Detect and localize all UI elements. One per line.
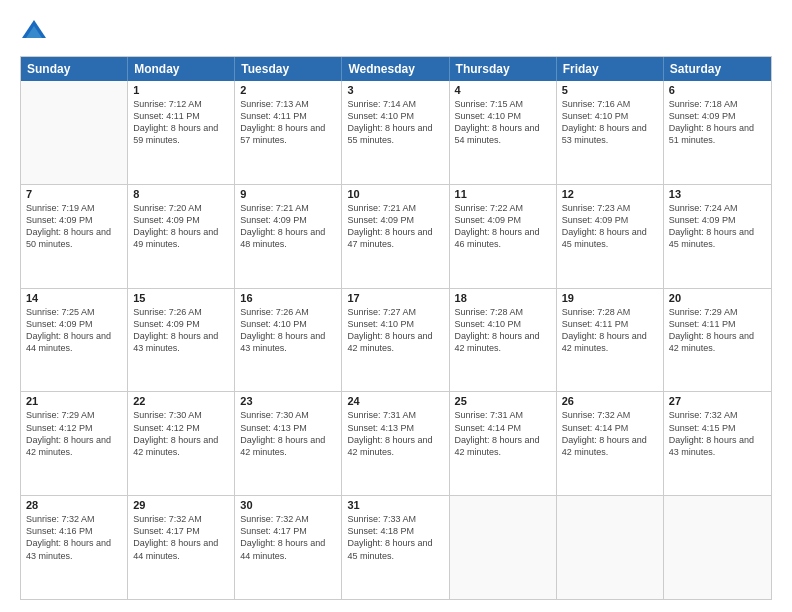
calendar-header-saturday: Saturday (664, 57, 771, 81)
calendar-cell: 14Sunrise: 7:25 AMSunset: 4:09 PMDayligh… (21, 289, 128, 392)
calendar-cell: 17Sunrise: 7:27 AMSunset: 4:10 PMDayligh… (342, 289, 449, 392)
day-number: 18 (455, 292, 551, 304)
header (20, 18, 772, 46)
calendar-cell: 25Sunrise: 7:31 AMSunset: 4:14 PMDayligh… (450, 392, 557, 495)
day-number: 27 (669, 395, 766, 407)
day-number: 25 (455, 395, 551, 407)
calendar-cell: 7Sunrise: 7:19 AMSunset: 4:09 PMDaylight… (21, 185, 128, 288)
calendar-cell: 16Sunrise: 7:26 AMSunset: 4:10 PMDayligh… (235, 289, 342, 392)
day-info: Sunrise: 7:28 AMSunset: 4:11 PMDaylight:… (562, 306, 658, 355)
day-info: Sunrise: 7:18 AMSunset: 4:09 PMDaylight:… (669, 98, 766, 147)
calendar-cell: 18Sunrise: 7:28 AMSunset: 4:10 PMDayligh… (450, 289, 557, 392)
day-number: 20 (669, 292, 766, 304)
day-info: Sunrise: 7:26 AMSunset: 4:10 PMDaylight:… (240, 306, 336, 355)
day-number: 30 (240, 499, 336, 511)
day-number: 14 (26, 292, 122, 304)
day-number: 8 (133, 188, 229, 200)
logo-icon (20, 18, 48, 46)
day-info: Sunrise: 7:21 AMSunset: 4:09 PMDaylight:… (347, 202, 443, 251)
calendar-cell: 20Sunrise: 7:29 AMSunset: 4:11 PMDayligh… (664, 289, 771, 392)
day-number: 4 (455, 84, 551, 96)
calendar: SundayMondayTuesdayWednesdayThursdayFrid… (20, 56, 772, 600)
day-info: Sunrise: 7:30 AMSunset: 4:13 PMDaylight:… (240, 409, 336, 458)
calendar-week-1: 1Sunrise: 7:12 AMSunset: 4:11 PMDaylight… (21, 81, 771, 184)
day-number: 9 (240, 188, 336, 200)
calendar-cell: 23Sunrise: 7:30 AMSunset: 4:13 PMDayligh… (235, 392, 342, 495)
day-info: Sunrise: 7:32 AMSunset: 4:16 PMDaylight:… (26, 513, 122, 562)
calendar-header-wednesday: Wednesday (342, 57, 449, 81)
calendar-cell: 5Sunrise: 7:16 AMSunset: 4:10 PMDaylight… (557, 81, 664, 184)
day-info: Sunrise: 7:28 AMSunset: 4:10 PMDaylight:… (455, 306, 551, 355)
day-number: 1 (133, 84, 229, 96)
calendar-cell: 30Sunrise: 7:32 AMSunset: 4:17 PMDayligh… (235, 496, 342, 599)
calendar-week-2: 7Sunrise: 7:19 AMSunset: 4:09 PMDaylight… (21, 184, 771, 288)
day-info: Sunrise: 7:31 AMSunset: 4:13 PMDaylight:… (347, 409, 443, 458)
calendar-cell (450, 496, 557, 599)
day-info: Sunrise: 7:25 AMSunset: 4:09 PMDaylight:… (26, 306, 122, 355)
calendar-cell: 6Sunrise: 7:18 AMSunset: 4:09 PMDaylight… (664, 81, 771, 184)
calendar-cell: 31Sunrise: 7:33 AMSunset: 4:18 PMDayligh… (342, 496, 449, 599)
calendar-cell: 26Sunrise: 7:32 AMSunset: 4:14 PMDayligh… (557, 392, 664, 495)
day-info: Sunrise: 7:24 AMSunset: 4:09 PMDaylight:… (669, 202, 766, 251)
calendar-cell (557, 496, 664, 599)
day-info: Sunrise: 7:16 AMSunset: 4:10 PMDaylight:… (562, 98, 658, 147)
calendar-header-tuesday: Tuesday (235, 57, 342, 81)
day-info: Sunrise: 7:32 AMSunset: 4:14 PMDaylight:… (562, 409, 658, 458)
day-info: Sunrise: 7:32 AMSunset: 4:17 PMDaylight:… (133, 513, 229, 562)
calendar-cell: 9Sunrise: 7:21 AMSunset: 4:09 PMDaylight… (235, 185, 342, 288)
day-number: 6 (669, 84, 766, 96)
day-number: 19 (562, 292, 658, 304)
day-number: 16 (240, 292, 336, 304)
calendar-cell: 3Sunrise: 7:14 AMSunset: 4:10 PMDaylight… (342, 81, 449, 184)
day-number: 2 (240, 84, 336, 96)
calendar-cell: 12Sunrise: 7:23 AMSunset: 4:09 PMDayligh… (557, 185, 664, 288)
calendar-header-sunday: Sunday (21, 57, 128, 81)
day-info: Sunrise: 7:20 AMSunset: 4:09 PMDaylight:… (133, 202, 229, 251)
day-number: 26 (562, 395, 658, 407)
calendar-cell: 19Sunrise: 7:28 AMSunset: 4:11 PMDayligh… (557, 289, 664, 392)
calendar-cell: 11Sunrise: 7:22 AMSunset: 4:09 PMDayligh… (450, 185, 557, 288)
calendar-cell: 15Sunrise: 7:26 AMSunset: 4:09 PMDayligh… (128, 289, 235, 392)
day-number: 29 (133, 499, 229, 511)
logo (20, 18, 52, 46)
calendar-cell: 24Sunrise: 7:31 AMSunset: 4:13 PMDayligh… (342, 392, 449, 495)
day-number: 10 (347, 188, 443, 200)
calendar-header-thursday: Thursday (450, 57, 557, 81)
calendar-cell: 1Sunrise: 7:12 AMSunset: 4:11 PMDaylight… (128, 81, 235, 184)
day-info: Sunrise: 7:32 AMSunset: 4:17 PMDaylight:… (240, 513, 336, 562)
day-number: 31 (347, 499, 443, 511)
day-number: 13 (669, 188, 766, 200)
day-info: Sunrise: 7:33 AMSunset: 4:18 PMDaylight:… (347, 513, 443, 562)
day-number: 24 (347, 395, 443, 407)
day-number: 23 (240, 395, 336, 407)
calendar-header-friday: Friday (557, 57, 664, 81)
day-info: Sunrise: 7:21 AMSunset: 4:09 PMDaylight:… (240, 202, 336, 251)
day-info: Sunrise: 7:27 AMSunset: 4:10 PMDaylight:… (347, 306, 443, 355)
day-number: 3 (347, 84, 443, 96)
calendar-cell: 22Sunrise: 7:30 AMSunset: 4:12 PMDayligh… (128, 392, 235, 495)
calendar-cell: 29Sunrise: 7:32 AMSunset: 4:17 PMDayligh… (128, 496, 235, 599)
calendar-cell: 8Sunrise: 7:20 AMSunset: 4:09 PMDaylight… (128, 185, 235, 288)
calendar-cell: 21Sunrise: 7:29 AMSunset: 4:12 PMDayligh… (21, 392, 128, 495)
day-number: 7 (26, 188, 122, 200)
day-number: 12 (562, 188, 658, 200)
day-info: Sunrise: 7:14 AMSunset: 4:10 PMDaylight:… (347, 98, 443, 147)
calendar-week-5: 28Sunrise: 7:32 AMSunset: 4:16 PMDayligh… (21, 495, 771, 599)
day-info: Sunrise: 7:19 AMSunset: 4:09 PMDaylight:… (26, 202, 122, 251)
day-info: Sunrise: 7:32 AMSunset: 4:15 PMDaylight:… (669, 409, 766, 458)
day-info: Sunrise: 7:31 AMSunset: 4:14 PMDaylight:… (455, 409, 551, 458)
day-info: Sunrise: 7:30 AMSunset: 4:12 PMDaylight:… (133, 409, 229, 458)
calendar-week-3: 14Sunrise: 7:25 AMSunset: 4:09 PMDayligh… (21, 288, 771, 392)
calendar-header-monday: Monday (128, 57, 235, 81)
day-number: 28 (26, 499, 122, 511)
day-number: 17 (347, 292, 443, 304)
day-info: Sunrise: 7:29 AMSunset: 4:11 PMDaylight:… (669, 306, 766, 355)
calendar-cell: 10Sunrise: 7:21 AMSunset: 4:09 PMDayligh… (342, 185, 449, 288)
calendar-cell: 4Sunrise: 7:15 AMSunset: 4:10 PMDaylight… (450, 81, 557, 184)
day-info: Sunrise: 7:13 AMSunset: 4:11 PMDaylight:… (240, 98, 336, 147)
day-number: 22 (133, 395, 229, 407)
calendar-cell: 13Sunrise: 7:24 AMSunset: 4:09 PMDayligh… (664, 185, 771, 288)
calendar-header: SundayMondayTuesdayWednesdayThursdayFrid… (21, 57, 771, 81)
calendar-cell: 2Sunrise: 7:13 AMSunset: 4:11 PMDaylight… (235, 81, 342, 184)
day-info: Sunrise: 7:23 AMSunset: 4:09 PMDaylight:… (562, 202, 658, 251)
